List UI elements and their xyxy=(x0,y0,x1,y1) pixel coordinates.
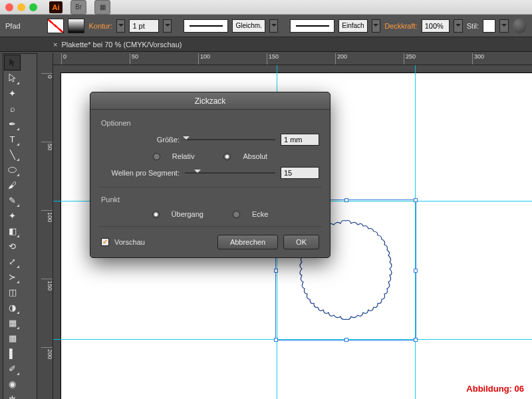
shape-builder-tool[interactable]: ◑ xyxy=(5,300,20,315)
window-minimize-button[interactable] xyxy=(17,3,25,11)
absolute-radio[interactable] xyxy=(223,153,231,160)
style-label: Stil: xyxy=(467,22,479,30)
corner-radio[interactable] xyxy=(233,211,240,218)
rotate-tool[interactable]: ⟲ xyxy=(5,239,20,253)
line-tool[interactable]: ╲ xyxy=(5,147,20,162)
horizontal-ruler[interactable]: 0 50 100 150 200 250 300 xyxy=(53,53,532,65)
fill-swatch[interactable] xyxy=(47,19,64,33)
preview-checkbox[interactable]: ✓ xyxy=(101,238,109,246)
style-swatch[interactable] xyxy=(483,19,495,33)
pencil-tool[interactable]: ✎ xyxy=(5,193,20,207)
perspective-grid-tool[interactable]: ▦ xyxy=(5,315,20,330)
eraser-tool[interactable]: ◧ xyxy=(5,223,20,238)
preview-label: Vorschau xyxy=(114,238,145,246)
opacity-dropdown[interactable] xyxy=(454,19,463,33)
smooth-radio[interactable] xyxy=(152,211,160,218)
ridges-slider[interactable] xyxy=(185,168,275,178)
size-label: Größe: xyxy=(101,136,180,144)
stroke-weight-input[interactable]: 1 pt xyxy=(129,19,159,33)
relative-radio[interactable] xyxy=(153,153,160,160)
style-dropdown[interactable] xyxy=(499,19,509,33)
options-group-label: Optionen xyxy=(101,119,319,127)
figure-caption: Abbildung: 06 xyxy=(466,384,524,394)
stroke-swatch[interactable] xyxy=(68,19,84,33)
opacity-label: Deckkraft: xyxy=(384,22,418,30)
ruler-tick: 200 xyxy=(41,347,53,359)
free-transform-tool[interactable]: ◫ xyxy=(5,285,20,299)
document-tab-title[interactable]: Plakette* bei 70 % (CMYK/Vorschau) xyxy=(61,41,182,49)
scale-tool[interactable]: ⤢ xyxy=(5,254,20,269)
stroke-label: Kontur: xyxy=(88,22,112,30)
blend-tool[interactable]: ◉ xyxy=(5,376,20,391)
type-tool[interactable]: T xyxy=(5,132,20,146)
window-close-button[interactable] xyxy=(5,3,13,11)
ok-button[interactable]: OK xyxy=(283,235,319,249)
width-profile-preview[interactable] xyxy=(184,19,228,33)
ruler-tick: 50 xyxy=(41,142,53,150)
smooth-label: Übergang xyxy=(172,210,203,218)
selection-type-label: Pfad xyxy=(5,22,21,30)
bridge-icon[interactable]: Br xyxy=(70,0,86,15)
ruler-tick: 0 xyxy=(61,53,66,65)
ruler-tick: 100 xyxy=(41,210,53,222)
gradient-tool[interactable]: ▌ xyxy=(5,346,20,360)
relative-label: Relativ xyxy=(172,152,195,160)
vertical-ruler[interactable]: 0 50 100 150 200 xyxy=(41,53,53,399)
paintbrush-tool[interactable]: 🖌 xyxy=(5,178,20,192)
app-logo-icon: Ai xyxy=(49,1,63,13)
tab-close-icon[interactable]: × xyxy=(53,41,57,49)
pen-tool[interactable]: ✒ xyxy=(5,116,20,131)
ruler-tick: 150 xyxy=(267,53,279,65)
stroke-decrement[interactable] xyxy=(116,19,126,33)
brush-dropdown[interactable] xyxy=(372,19,381,33)
eyedropper-tool[interactable]: ✐ xyxy=(5,361,20,376)
window-titlebar: Ai Br ▦ xyxy=(0,0,532,15)
ruler-tick: 250 xyxy=(404,53,416,65)
cancel-button[interactable]: Abbrechen xyxy=(217,235,278,249)
zigzag-dialog: Zickzack Optionen Größe: 1 mm Relativ Ab… xyxy=(90,92,331,258)
selection-tool[interactable] xyxy=(5,55,20,70)
document-tab-bar: × Plakette* bei 70 % (CMYK/Vorschau) xyxy=(0,37,532,52)
tools-panel: ✦ ⌕ ✒ T ╲ 🖌 ✎ ✦ ◧ ⟲ ⤢ ≻ ◫ ◑ ▦ ▦ ▌ ✐ ◉ ✲ … xyxy=(3,53,37,399)
width-tool[interactable]: ≻ xyxy=(5,269,20,284)
blob-brush-tool[interactable]: ✦ xyxy=(5,208,20,223)
corner-label: Ecke xyxy=(252,210,268,218)
ruler-tick: 300 xyxy=(472,53,484,65)
ridges-input[interactable]: 15 xyxy=(281,167,319,179)
direct-selection-tool[interactable] xyxy=(5,70,20,85)
opacity-input[interactable]: 100% xyxy=(422,19,450,33)
arrange-docs-icon[interactable]: ▦ xyxy=(94,0,110,15)
ruler-tick: 50 xyxy=(130,53,138,65)
svg-point-0 xyxy=(9,167,17,172)
symbol-sprayer-tool[interactable]: ✲ xyxy=(5,392,20,399)
mesh-tool[interactable]: ▦ xyxy=(5,331,20,345)
size-input[interactable]: 1 mm xyxy=(281,134,319,146)
ellipse-tool[interactable] xyxy=(5,162,20,177)
absolute-label: Absolut xyxy=(243,152,267,160)
brush-preview[interactable] xyxy=(290,19,334,33)
window-maximize-button[interactable] xyxy=(29,3,37,11)
width-profile-dropdown[interactable] xyxy=(269,19,279,33)
ruler-tick: 100 xyxy=(198,53,210,65)
ruler-tick: 0 xyxy=(41,73,53,78)
stroke-dropdown[interactable] xyxy=(163,19,172,33)
point-group-label: Punkt xyxy=(101,196,319,203)
options-bar: Pfad Kontur: 1 pt Gleichm. Einfach Deckk… xyxy=(0,15,532,37)
brush-label: Einfach xyxy=(338,19,367,33)
doc-setup-icon[interactable] xyxy=(513,19,527,33)
ridges-label: Wellen pro Segment: xyxy=(101,169,180,177)
dialog-title: Zickzack xyxy=(90,92,330,110)
magic-wand-tool[interactable]: ✦ xyxy=(5,86,20,100)
ruler-tick: 200 xyxy=(335,53,347,65)
width-profile-label: Gleichm. xyxy=(232,19,265,33)
lasso-tool[interactable]: ⌕ xyxy=(5,101,20,116)
ruler-tick: 150 xyxy=(41,279,53,291)
size-slider[interactable] xyxy=(185,135,275,144)
